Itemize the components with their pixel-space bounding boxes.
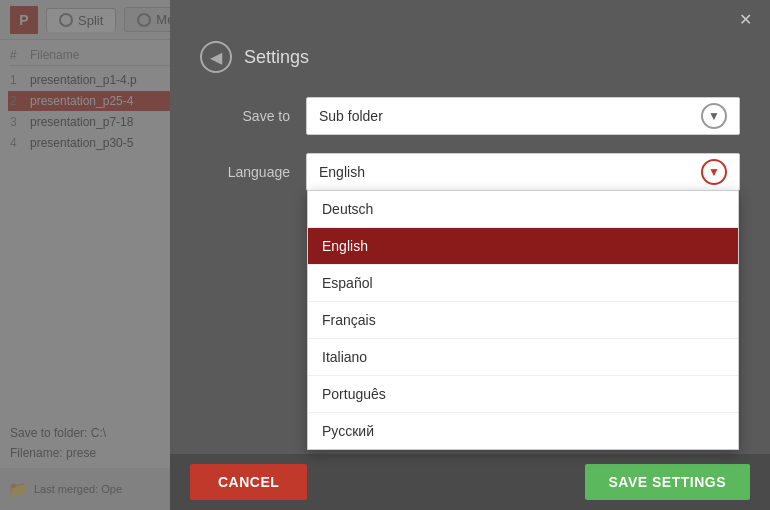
save-to-row: Save to Sub folder ▼ [200,97,740,135]
modal-overlay: ✕ ◀ Settings Save to Sub folder ▼ Langua… [0,0,770,510]
save-to-value: Sub folder [319,108,383,124]
language-option-italiano[interactable]: Italiano [308,339,738,376]
save-settings-button[interactable]: SAVE SETTINGS [585,464,750,500]
save-to-dropdown[interactable]: Sub folder ▼ [306,97,740,135]
language-dropdown-list: Deutsch English Español Français Italian… [307,190,739,450]
modal-title-bar: ✕ [170,0,770,31]
modal-footer: CANCEL SAVE SETTINGS [170,454,770,510]
language-label: Language [200,164,290,180]
save-to-label: Save to [200,108,290,124]
settings-modal: ✕ ◀ Settings Save to Sub folder ▼ Langua… [170,0,770,510]
language-arrow: ▼ [701,159,727,185]
settings-header: ◀ Settings [200,41,740,73]
settings-title: Settings [244,47,309,68]
cancel-button[interactable]: CANCEL [190,464,307,500]
close-button[interactable]: ✕ [733,8,758,31]
language-option-english[interactable]: English [308,228,738,265]
save-to-arrow: ▼ [701,103,727,129]
language-dropdown[interactable]: English ▼ Deutsch English Español França… [306,153,740,191]
back-button[interactable]: ◀ [200,41,232,73]
language-option-portugues[interactable]: Português [308,376,738,413]
language-option-deutsch[interactable]: Deutsch [308,191,738,228]
language-row: Language English ▼ Deutsch English Españ… [200,153,740,191]
language-option-espanol[interactable]: Español [308,265,738,302]
modal-content: ◀ Settings Save to Sub folder ▼ Language… [170,31,770,454]
language-value: English [319,164,365,180]
language-option-francais[interactable]: Français [308,302,738,339]
language-option-russian[interactable]: Русский [308,413,738,449]
back-icon: ◀ [210,48,222,67]
